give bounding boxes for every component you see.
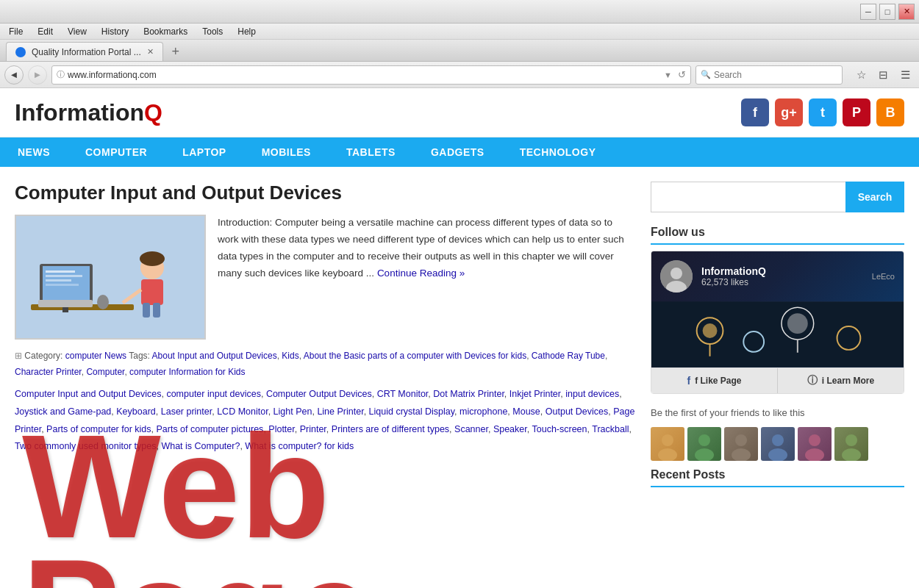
nav-computer[interactable]: COMPUTER xyxy=(68,137,165,167)
tag-lcd[interactable]: LCD Monitor xyxy=(217,406,268,417)
tag-monitor-types[interactable]: Two commonly used monitor types xyxy=(15,441,156,451)
browser-menu-button[interactable]: ☰ xyxy=(895,65,915,85)
nav-news[interactable]: NEWS xyxy=(0,137,68,167)
url-input[interactable] xyxy=(68,70,661,80)
tag-lcd2[interactable]: Liquid crystal Display xyxy=(369,406,454,417)
tag-plotter[interactable]: Plotter xyxy=(268,424,294,434)
facebook-icon[interactable]: f xyxy=(741,98,769,126)
tag-laser[interactable]: Laser printer xyxy=(161,406,212,417)
tab-favicon xyxy=(15,47,26,57)
nav-gadgets[interactable]: GADGETS xyxy=(413,137,502,167)
fb-like-page-button[interactable]: f f Like Page xyxy=(651,368,778,393)
sidebar-search-button[interactable]: Search xyxy=(845,182,904,212)
bookmark-star-button[interactable]: ☆ xyxy=(851,65,870,85)
continue-reading-link[interactable]: Continue Reading » xyxy=(377,268,465,279)
browser-search-input[interactable] xyxy=(714,70,837,80)
tag-input-dev[interactable]: input devices xyxy=(565,389,619,399)
secure-icon: ⓘ xyxy=(57,69,65,80)
fb-learn-more-button[interactable]: ⓘ i Learn More xyxy=(778,368,904,393)
svg-point-37 xyxy=(809,434,820,446)
tag-parts-pics[interactable]: Parts of computer pictures xyxy=(156,424,263,434)
tag-joystick[interactable]: Joystick and Game-pad xyxy=(15,406,111,417)
tab-close-button[interactable]: ✕ xyxy=(147,47,154,57)
menu-bookmarks[interactable]: Bookmarks xyxy=(140,25,190,38)
refresh-button[interactable]: ↺ xyxy=(678,69,686,80)
tag-link-kids[interactable]: Kids xyxy=(282,351,298,361)
tag-line-printer[interactable]: Line Printer xyxy=(317,406,363,417)
tag-link-comp[interactable]: Computer xyxy=(86,367,124,377)
url-dropdown-icon[interactable]: ▼ xyxy=(664,71,672,79)
address-bar: ◄ ► ⓘ ▼ ↺ 🔍 ☆ ⊟ ☰ xyxy=(0,62,919,88)
menu-edit[interactable]: Edit xyxy=(35,25,56,38)
menu-view[interactable]: View xyxy=(65,25,90,38)
tag-link-1[interactable]: About Input and Output Devices xyxy=(152,351,277,361)
tag-crt-monitor[interactable]: CRT Monitor xyxy=(377,389,429,399)
nav-technology[interactable]: TECHNOLOGY xyxy=(502,137,614,167)
svg-point-38 xyxy=(805,448,824,461)
minimize-button[interactable]: ─ xyxy=(860,4,876,20)
googleplus-icon[interactable]: g+ xyxy=(775,98,803,126)
maximize-button[interactable]: □ xyxy=(879,4,895,20)
tag-scanner[interactable]: Scanner xyxy=(454,424,488,434)
site-logo[interactable]: InformationQ xyxy=(15,99,162,126)
tag-input-devices[interactable]: computer input devices xyxy=(166,389,261,399)
svg-point-35 xyxy=(772,434,784,446)
forward-button[interactable]: ► xyxy=(28,65,47,85)
twitter-icon[interactable]: t xyxy=(809,98,837,126)
reader-view-button[interactable]: ⊟ xyxy=(873,65,893,85)
tag-input-output[interactable]: Computer Input and Output Devices xyxy=(15,389,161,399)
article-tags: Computer Input and Output Devices, compu… xyxy=(15,386,636,456)
tag-dot-matrix[interactable]: Dot Matrix Printer xyxy=(433,389,504,399)
tag-link-basic[interactable]: About the Basic parts of a computer with… xyxy=(304,351,526,361)
tag-link-char[interactable]: Character Printer xyxy=(15,367,82,377)
fb-page-info: InformationQ 62,573 likes xyxy=(701,265,766,287)
svg-point-31 xyxy=(698,434,710,446)
blogger-icon[interactable]: B xyxy=(876,98,904,126)
tag-computer-kids[interactable]: What is computer? for kids xyxy=(245,441,354,451)
sidebar-search-input[interactable] xyxy=(651,182,845,212)
toolbar-icons: ☆ ⊟ ☰ xyxy=(851,65,915,85)
tag-touch[interactable]: Touch-screen xyxy=(532,424,587,434)
svg-point-33 xyxy=(735,434,747,446)
tag-output[interactable]: Output Devices xyxy=(546,406,608,417)
svg-rect-12 xyxy=(141,279,163,305)
tag-mic[interactable]: microphone xyxy=(460,406,507,417)
site-navigation: NEWS COMPUTER LAPTOP MOBILES TABLETS GAD… xyxy=(0,137,919,167)
pinterest-icon[interactable]: P xyxy=(843,98,870,126)
friend-avatar-6 xyxy=(834,427,868,461)
window-controls[interactable]: ─ □ ✕ xyxy=(860,4,915,20)
tag-keyboard[interactable]: Keyboard xyxy=(116,406,156,417)
menu-bar: File Edit View History Bookmarks Tools H… xyxy=(0,24,919,40)
tag-printer-types[interactable]: Printers are of different types xyxy=(332,424,449,434)
svg-rect-7 xyxy=(46,284,79,286)
tag-trackball[interactable]: Trackball xyxy=(592,424,629,434)
close-button[interactable]: ✕ xyxy=(898,4,915,20)
active-tab[interactable]: Quality Information Portal ... ✕ xyxy=(6,42,163,61)
svg-point-30 xyxy=(658,448,677,461)
new-tab-button[interactable]: + xyxy=(166,42,185,61)
tag-speaker[interactable]: Speaker xyxy=(493,424,527,434)
tag-what-computer[interactable]: What is Computer? xyxy=(161,441,240,451)
tag-link-crt[interactable]: Cathode Ray Tube xyxy=(532,351,605,361)
nav-laptop[interactable]: LAPTOP xyxy=(165,137,244,167)
friend-avatar-1 xyxy=(651,427,684,461)
url-bar[interactable]: ⓘ ▼ ↺ xyxy=(51,65,691,85)
nav-mobiles[interactable]: MOBILES xyxy=(244,137,329,167)
tag-light-pen[interactable]: Light Pen xyxy=(273,406,312,417)
tag-output-devices[interactable]: Computer Output Devices xyxy=(266,389,372,399)
menu-tools[interactable]: Tools xyxy=(199,25,226,38)
svg-point-34 xyxy=(732,448,751,461)
fb-widget-buttons: f f Like Page ⓘ i Learn More xyxy=(651,368,904,393)
back-button[interactable]: ◄ xyxy=(4,65,24,85)
tag-inkjet[interactable]: Inkjet Printer xyxy=(509,389,560,399)
tag-printer[interactable]: Printer xyxy=(300,424,326,434)
menu-file[interactable]: File xyxy=(6,25,26,38)
nav-tablets[interactable]: TABLETS xyxy=(329,137,413,167)
menu-history[interactable]: History xyxy=(99,25,132,38)
category-link[interactable]: computer News xyxy=(65,351,129,361)
tag-link-info[interactable]: computer Information for Kids xyxy=(129,367,245,377)
tag-parts[interactable]: Parts of computer for kids xyxy=(46,424,151,434)
tag-mouse[interactable]: Mouse xyxy=(512,406,540,417)
browser-search-bar[interactable]: 🔍 xyxy=(695,65,843,85)
menu-help[interactable]: Help xyxy=(235,25,259,38)
